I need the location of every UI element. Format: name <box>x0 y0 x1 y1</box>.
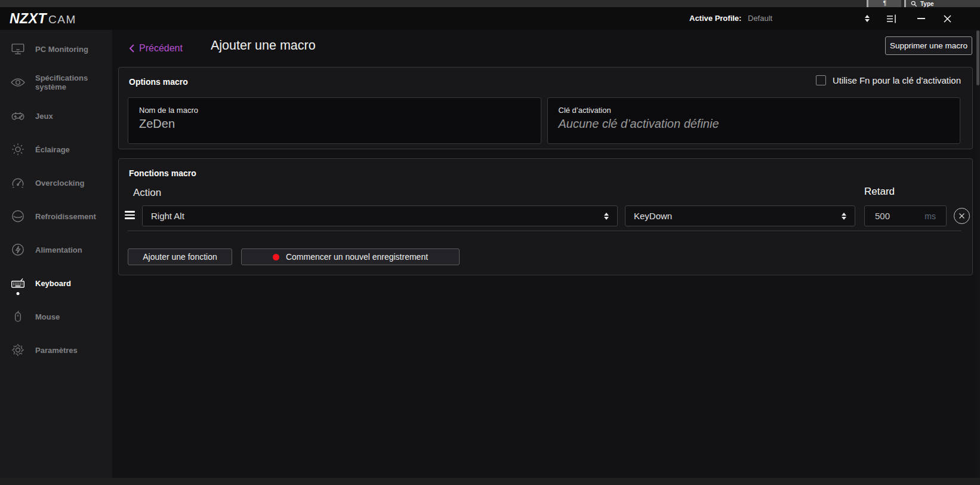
event-select-value: KeyDown <box>634 211 672 221</box>
delete-macro-button[interactable]: Supprimer une macro <box>885 36 972 55</box>
close-icon[interactable] <box>939 7 955 30</box>
options-card-title: Options macro <box>129 77 188 87</box>
window-bottom-edge <box>0 478 980 485</box>
key-select-value: Right Alt <box>151 211 184 221</box>
page-title: Ajouter une macro <box>211 38 316 53</box>
sidebar-item-label: Alimentation <box>35 245 82 254</box>
desktop-search[interactable]: Type <box>904 0 980 7</box>
scrollbar-thumb[interactable] <box>976 30 979 85</box>
sidebar-item-label: Spécifications système <box>35 73 112 91</box>
fn-activation-label: Utilise Fn pour la clé d’activation <box>833 75 961 85</box>
key-select[interactable]: Right Alt <box>142 205 618 226</box>
main-content: Précédent Ajouter une macro Supprimer un… <box>112 30 980 478</box>
keyboard-icon <box>10 275 26 291</box>
desktop-search-label: Type <box>920 1 934 7</box>
start-recording-button[interactable]: Commencer un nouvel enregistrement <box>241 248 460 265</box>
macro-name-value: ZeDen <box>139 117 530 131</box>
sidebar-item-alimentation[interactable]: Alimentation <box>0 233 112 266</box>
macro-name-label: Nom de la macro <box>139 106 530 115</box>
gamepad-icon <box>10 108 26 124</box>
remove-row-button[interactable] <box>954 208 970 224</box>
gauge-icon <box>10 175 26 191</box>
gear-icon <box>10 342 26 358</box>
activation-key-label: Clé d’activation <box>559 106 950 115</box>
delay-input[interactable]: 500 ms <box>864 205 947 226</box>
sidebar-item-label: Paramètres <box>35 346 78 355</box>
activation-key-field[interactable]: Clé d’activation Aucune clé d’activation… <box>547 97 961 144</box>
start-recording-label: Commencer un nouvel enregistrement <box>286 252 428 262</box>
sidebar-item-parametres[interactable]: Paramètres <box>0 333 112 367</box>
profile-updown-icon[interactable] <box>859 7 875 30</box>
functions-card-title: Fonctions macro <box>129 168 196 178</box>
macro-option-fields: Nom de la macro ZeDen Clé d’activation A… <box>128 97 960 144</box>
cooling-icon <box>10 208 26 224</box>
delay-unit: ms <box>924 211 936 221</box>
macro-name-field[interactable]: Nom de la macro ZeDen <box>128 97 541 144</box>
mouse-icon <box>10 309 26 324</box>
sidebar-item-label: Overclocking <box>35 179 84 188</box>
monitor-icon <box>10 41 26 57</box>
macro-functions-card: Fonctions macro Action Retard Right Alt … <box>118 158 973 275</box>
active-profile-value[interactable]: Default <box>748 14 772 23</box>
sidebar-item-label: Keyboard <box>35 279 71 288</box>
sidebar: PC Monitoring Spécifications système Jeu… <box>0 30 112 478</box>
select-updown-icon <box>604 213 609 220</box>
vertical-scrollbar[interactable] <box>976 30 980 478</box>
sidebar-item-pc-monitoring[interactable]: PC Monitoring <box>0 32 112 66</box>
pilcrow-icon[interactable]: ¶ <box>867 0 901 7</box>
nzxt-cam-logo: NZXT CAM <box>10 11 76 27</box>
add-function-button[interactable]: Ajouter une fonction <box>128 248 232 265</box>
back-button[interactable]: Précédent <box>128 43 183 54</box>
minimize-icon[interactable] <box>913 7 929 30</box>
sidebar-item-refroidissement[interactable]: Refroidissement <box>0 199 112 233</box>
eye-icon <box>10 75 26 90</box>
sidebar-item-keyboard[interactable]: Keyboard <box>0 266 112 300</box>
search-icon <box>911 1 917 7</box>
chevron-left-icon <box>128 44 135 53</box>
functions-buttons: Ajouter une fonction Commencer un nouvel… <box>128 248 460 265</box>
sidebar-item-eclairage[interactable]: Éclairage <box>0 133 112 166</box>
sidebar-item-jeux[interactable]: Jeux <box>0 99 112 133</box>
add-function-label: Ajouter une fonction <box>143 252 217 262</box>
sidebar-item-label: Mouse <box>35 312 60 321</box>
active-profile-label: Active Profile: <box>689 14 741 23</box>
sidebar-item-label: Jeux <box>35 112 53 121</box>
power-icon <box>10 242 26 257</box>
fn-activation-row: Utilise Fn pour la clé d’activation <box>816 75 961 85</box>
sun-icon <box>10 142 26 157</box>
logo-nzxt: NZXT <box>10 11 47 27</box>
remove-x-icon <box>959 213 965 219</box>
sidebar-item-mouse[interactable]: Mouse <box>0 300 112 333</box>
sidebar-item-label: Refroidissement <box>35 212 96 221</box>
sidebar-item-specifications-systeme[interactable]: Spécifications système <box>0 66 112 99</box>
macro-function-row: Right Alt KeyDown 500 ms <box>119 205 972 226</box>
fn-activation-checkbox[interactable] <box>816 75 826 85</box>
logo-cam: CAM <box>48 13 76 26</box>
functions-divider <box>128 231 961 231</box>
action-column-header: Action <box>133 187 161 199</box>
sidebar-item-label: Éclairage <box>35 145 70 154</box>
select-updown-icon <box>842 213 846 220</box>
drag-handle-icon[interactable] <box>125 211 135 221</box>
event-select[interactable]: KeyDown <box>625 205 855 226</box>
desktop-strip: ¶ Type <box>0 0 980 7</box>
back-button-label: Précédent <box>139 43 183 54</box>
sidebar-item-overclocking[interactable]: Overclocking <box>0 166 112 199</box>
panel-toggle-icon[interactable] <box>883 7 900 30</box>
record-dot-icon <box>273 254 279 260</box>
activation-key-placeholder: Aucune clé d’activation définie <box>559 117 950 131</box>
macro-options-card: Options macro Utilise Fn pour la clé d’a… <box>118 67 973 149</box>
titlebar: NZXT CAM Active Profile: Default <box>0 7 980 30</box>
delay-value: 500 <box>875 211 890 221</box>
sidebar-item-label: PC Monitoring <box>35 45 88 54</box>
delay-column-header: Retard <box>864 186 895 198</box>
